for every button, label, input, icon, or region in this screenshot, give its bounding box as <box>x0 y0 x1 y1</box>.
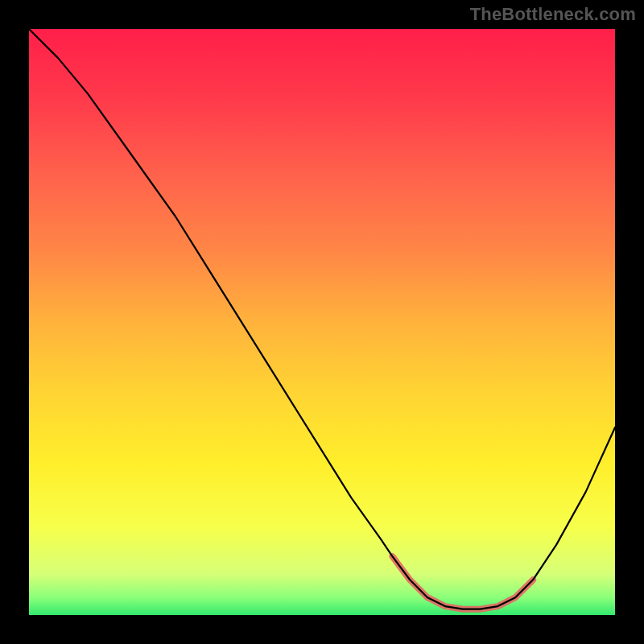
watermark-text: TheBottleneck.com <box>470 4 636 25</box>
chart-frame: TheBottleneck.com <box>0 0 644 644</box>
plot-area <box>29 29 615 615</box>
curve-layer <box>29 29 615 615</box>
bottleneck-curve <box>29 29 615 609</box>
